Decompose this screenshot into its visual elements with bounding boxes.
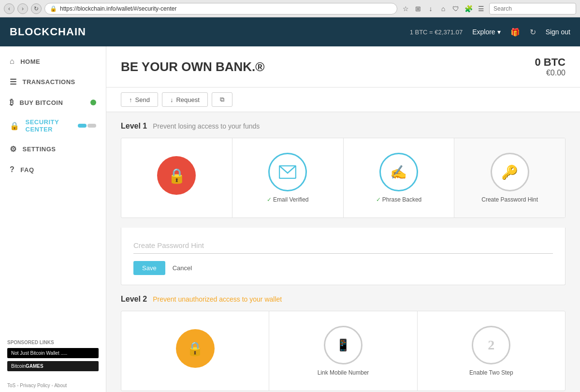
copy-button[interactable]: ⧉ bbox=[212, 92, 232, 107]
url-text: https://blockchain.info/wallet/#/securit… bbox=[60, 5, 176, 12]
shield-icon[interactable]: 🛡 bbox=[450, 3, 461, 14]
forward-button[interactable]: › bbox=[17, 3, 28, 14]
privacy-link[interactable]: Privacy Policy bbox=[20, 383, 50, 388]
action-buttons: ↑ Send ↓ Request ⧉ bbox=[106, 87, 580, 112]
email-label: Email Verified bbox=[267, 196, 309, 203]
active-badge bbox=[90, 100, 96, 105]
ad-bitcoin-games[interactable]: BitcoinGAMES bbox=[7, 361, 99, 371]
tos-link[interactable]: ToS bbox=[7, 383, 15, 388]
phrase-circle: ✍ bbox=[379, 153, 418, 191]
eur-amount: €0.00 bbox=[535, 69, 566, 77]
sidebar-label-home: HOME bbox=[20, 58, 40, 65]
sidebar-label-transactions: TRANSACTIONS bbox=[23, 78, 75, 86]
sidebar-label-security-center: SECURITY CENTER bbox=[26, 118, 72, 133]
download-icon[interactable]: ↓ bbox=[425, 3, 436, 14]
explore-button[interactable]: Explore ▾ bbox=[472, 28, 500, 36]
password-hint-input[interactable] bbox=[133, 237, 553, 254]
level2-desc: Prevent unauthorized access to your wall… bbox=[153, 295, 282, 303]
sidebar-item-home[interactable]: ⌂ HOME bbox=[0, 51, 106, 72]
btc-balance: 0 BTC €0.00 bbox=[535, 56, 566, 77]
collection-icon[interactable]: ⊞ bbox=[413, 3, 423, 14]
level1-desc: Prevent losing access to your funds bbox=[153, 122, 260, 130]
footer-links: ToS ◦ Privacy Policy ◦ About bbox=[0, 379, 106, 392]
star-icon[interactable]: ☆ bbox=[400, 3, 411, 14]
sign-out-button[interactable]: Sign out bbox=[546, 28, 570, 36]
lock-card[interactable]: 🔒 bbox=[121, 138, 232, 218]
browser-search-input[interactable] bbox=[489, 3, 576, 15]
security-icon: 🔒 bbox=[50, 5, 57, 12]
level1-cards: 🔒 Email Verified ✍ Phrase Backed bbox=[121, 138, 566, 218]
lock-icon: 🔒 bbox=[10, 121, 20, 131]
btc-amount: 0 BTC bbox=[535, 56, 566, 69]
sidebar: ⌂ HOME ☰ TRANSACTIONS ₿ BUY BITCOIN 🔒 SE… bbox=[0, 46, 106, 392]
request-label: Request bbox=[176, 96, 199, 103]
main-header: BE YOUR OWN BANK.® 0 BTC €0.00 bbox=[106, 46, 580, 87]
app-body: ⌂ HOME ☰ TRANSACTIONS ₿ BUY BITCOIN 🔒 SE… bbox=[0, 46, 580, 392]
password-hint-card[interactable]: 🔑 Create Password Hint bbox=[454, 138, 565, 218]
sidebar-item-transactions[interactable]: ☰ TRANSACTIONS bbox=[0, 72, 106, 92]
level1-header: Level 1 Prevent losing access to your fu… bbox=[121, 122, 566, 131]
lock2-card[interactable]: 🔒 bbox=[121, 311, 269, 391]
chevron-down-icon: ▾ bbox=[497, 28, 501, 36]
twostep-card[interactable]: 2 Enable Two Step bbox=[418, 311, 565, 391]
ad-notjust-text: Not Just Bitcoin Wallet ..... bbox=[11, 350, 67, 356]
save-button[interactable]: Save bbox=[133, 261, 165, 275]
sidebar-item-settings[interactable]: ⚙ SETTINGS bbox=[0, 139, 106, 160]
hint-form: Save Cancel bbox=[121, 228, 566, 285]
request-button[interactable]: ↓ Request bbox=[162, 92, 208, 107]
toggle-bar-on bbox=[78, 124, 87, 128]
email-card[interactable]: Email Verified bbox=[232, 138, 344, 218]
header-right: 1 BTC = €2,371.07 Explore ▾ 🎁 ↻ Sign out bbox=[410, 28, 570, 37]
level1-label: Level 1 bbox=[121, 122, 147, 131]
copy-icon: ⧉ bbox=[220, 96, 224, 103]
app-logo: BLOCKCHAIN bbox=[10, 26, 86, 38]
btc-price: 1 BTC = €2,371.07 bbox=[410, 29, 463, 36]
browser-chrome: ‹ › ↻ 🔒 https://blockchain.info/wallet/#… bbox=[0, 0, 580, 17]
request-icon: ↓ bbox=[170, 96, 174, 103]
phrase-card[interactable]: ✍ Phrase Backed bbox=[344, 138, 455, 218]
main-content: BE YOUR OWN BANK.® 0 BTC €0.00 ↑ Send ↓ … bbox=[106, 46, 580, 392]
settings-icon: ⚙ bbox=[10, 145, 17, 154]
ad-bitcoin-text: BitcoinGAMES bbox=[11, 363, 44, 369]
lock-circle: 🔒 bbox=[157, 156, 196, 195]
app-header: BLOCKCHAIN 1 BTC = €2,371.07 Explore ▾ 🎁… bbox=[0, 17, 580, 46]
reload-button[interactable]: ↻ bbox=[31, 3, 42, 14]
refresh-icon[interactable]: ↻ bbox=[530, 28, 536, 37]
about-link[interactable]: About bbox=[54, 383, 67, 388]
ad-notjust[interactable]: Not Just Bitcoin Wallet ..... bbox=[7, 348, 99, 358]
url-bar[interactable]: 🔒 https://blockchain.info/wallet/#/secur… bbox=[44, 3, 397, 15]
twostep-label: Enable Two Step bbox=[469, 369, 513, 376]
send-button[interactable]: ↑ Send bbox=[121, 92, 158, 107]
page-title: BE YOUR OWN BANK.® bbox=[121, 59, 264, 74]
home-icon: ⌂ bbox=[10, 57, 14, 66]
sponsored-links: SPONSORED LINKS Not Just Bitcoin Wallet … bbox=[0, 335, 106, 379]
mobile-circle: 📱 bbox=[324, 326, 362, 364]
toggle-bar-off bbox=[87, 124, 96, 128]
faq-icon: ? bbox=[10, 165, 14, 174]
send-icon: ↑ bbox=[129, 96, 132, 103]
level2-section: Level 2 Prevent unauthorized access to y… bbox=[121, 295, 566, 391]
sidebar-label-faq: FAQ bbox=[20, 166, 34, 174]
explore-label: Explore bbox=[472, 28, 495, 36]
send-label: Send bbox=[135, 96, 150, 103]
level2-cards: 🔒 📱 Link Mobile Number 2 Enable Two Step bbox=[121, 311, 566, 391]
home-browser-icon[interactable]: ⌂ bbox=[438, 3, 449, 14]
password-hint-label: Create Password Hint bbox=[481, 196, 538, 203]
gift-icon[interactable]: 🎁 bbox=[510, 28, 520, 37]
lock2-circle: 🔒 bbox=[176, 329, 215, 368]
sidebar-item-security-center[interactable]: 🔒 SECURITY CENTER bbox=[0, 113, 106, 139]
password-hint-circle: 🔑 bbox=[491, 153, 529, 191]
security-toggle bbox=[78, 124, 96, 128]
phrase-label: Phrase Backed bbox=[376, 196, 422, 203]
back-button[interactable]: ‹ bbox=[4, 3, 14, 14]
cancel-link[interactable]: Cancel bbox=[173, 264, 192, 272]
email-circle bbox=[268, 153, 307, 191]
twostep-circle: 2 bbox=[472, 326, 510, 364]
sidebar-item-buy-bitcoin[interactable]: ₿ BUY BITCOIN bbox=[0, 92, 106, 113]
level1-section: Level 1 Prevent losing access to your fu… bbox=[121, 122, 566, 218]
menu-icon[interactable]: ☰ bbox=[476, 3, 486, 14]
transactions-icon: ☰ bbox=[10, 77, 17, 87]
extensions-icon[interactable]: 🧩 bbox=[463, 3, 474, 14]
sidebar-item-faq[interactable]: ? FAQ bbox=[0, 160, 106, 180]
mobile-card[interactable]: 📱 Link Mobile Number bbox=[269, 311, 417, 391]
